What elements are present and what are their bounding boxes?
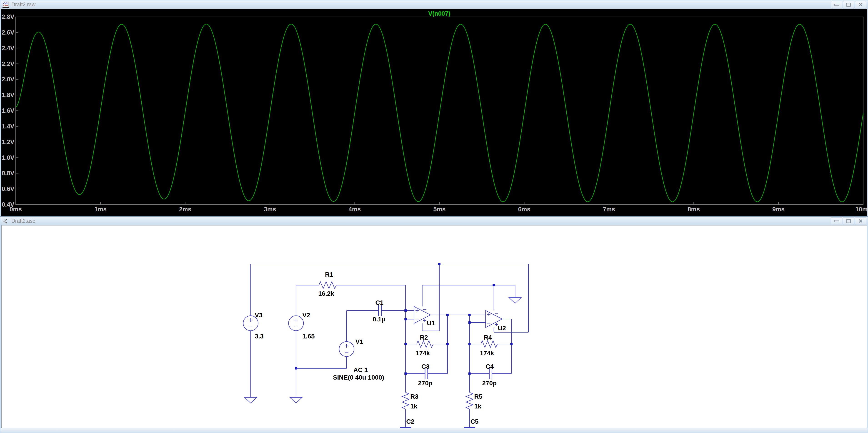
- schematic-doc-icon: [2, 218, 9, 224]
- waveform-doc-icon: [2, 1, 9, 8]
- y-tick-label: 2.6V: [2, 29, 14, 36]
- label-R5: R5: [474, 393, 483, 400]
- y-tick-label: 1.4V: [2, 123, 14, 130]
- label-V3: V3: [255, 312, 262, 319]
- y-tick-label: 1.6V: [2, 107, 14, 114]
- ground-symbol[interactable]: [509, 298, 521, 303]
- x-tick-label: 6ms: [518, 206, 530, 213]
- window-title: Draft2.asc: [11, 218, 35, 224]
- voltage-source-symbol[interactable]: [288, 316, 303, 331]
- value-V2: 1.65: [302, 333, 315, 340]
- label-C2: C2: [406, 418, 414, 425]
- junction-dot: [404, 373, 407, 375]
- waveform-titlebar[interactable]: Draft2.raw ✕: [0, 0, 868, 9]
- minimize-button[interactable]: [831, 218, 842, 225]
- label-C4: C4: [486, 363, 494, 370]
- value-V1: AC 1: [353, 366, 368, 373]
- x-tick-label: 1ms: [94, 206, 106, 213]
- x-axis-labels: 0ms1ms2ms3ms4ms5ms6ms7ms8ms9ms10ms: [9, 206, 867, 213]
- restore-button[interactable]: [843, 1, 854, 8]
- junction-dot: [404, 309, 407, 312]
- label-U1: U1: [427, 319, 435, 327]
- junction-dot: [468, 373, 471, 375]
- voltage-source-symbol[interactable]: [339, 342, 354, 357]
- restore-button[interactable]: [843, 218, 854, 225]
- value-C3: 270p: [418, 379, 433, 386]
- close-button[interactable]: ✕: [855, 1, 866, 8]
- x-tick-label: 3ms: [264, 206, 276, 213]
- minimize-icon: [834, 220, 839, 222]
- schematic-titlebar[interactable]: Draft2.asc ✕: [0, 217, 868, 225]
- label-R4: R4: [484, 334, 492, 341]
- junction-dot: [404, 343, 407, 345]
- junction-dot: [468, 343, 471, 345]
- minimize-icon: [834, 4, 839, 6]
- ltspice-app: Draft2.raw ✕ V(n007) 2.8V2.6V2.4V2.2V2.0…: [0, 0, 868, 433]
- trace-legend[interactable]: V(n007): [428, 10, 451, 17]
- x-tick-label: 0ms: [9, 206, 22, 213]
- ground-symbol[interactable]: [290, 397, 302, 403]
- value-R2: 174k: [416, 349, 430, 357]
- label-R3: R3: [410, 393, 418, 400]
- junction-dot: [404, 318, 407, 320]
- ground-symbol[interactable]: [245, 397, 257, 403]
- y-tick-label: 0.6V: [2, 185, 14, 192]
- value-R3: 1k: [410, 403, 417, 410]
- restore-icon: [846, 3, 851, 7]
- status-strip: [0, 428, 868, 433]
- value-R1: 16.2k: [318, 290, 334, 297]
- minimize-button[interactable]: [831, 1, 842, 8]
- value-C1: 0.1µ: [373, 316, 385, 323]
- x-tick-label: 9ms: [772, 206, 784, 213]
- label-V2: V2: [302, 312, 310, 319]
- value-V3: 3.3: [255, 333, 264, 340]
- waveform-plot: V(n007) 2.8V2.6V2.4V2.2V2.0V1.8V1.6V1.4V…: [1, 9, 867, 216]
- value2-V1: SINE(0 40u 1000): [333, 374, 384, 381]
- y-tick-label: 0.8V: [2, 170, 14, 177]
- junction-dot: [493, 284, 495, 286]
- y-tick-label: 1.2V: [2, 138, 14, 146]
- window-title: Draft2.raw: [11, 2, 35, 8]
- label-C5: C5: [470, 418, 479, 425]
- junction-dot: [438, 263, 440, 265]
- label-C3: C3: [422, 363, 430, 370]
- value-R4: 174k: [480, 349, 494, 357]
- schematic-wires: [251, 263, 528, 428]
- x-tick-label: 2ms: [179, 206, 191, 213]
- y-tick-label: 2.0V: [2, 76, 14, 83]
- x-tick-label: 8ms: [687, 206, 700, 213]
- y-tick-label: 2.2V: [2, 60, 14, 67]
- value-R5: 1k: [474, 403, 482, 410]
- x-tick-label: 10ms: [855, 206, 867, 213]
- junction-dot: [468, 314, 471, 316]
- junction-dot: [468, 321, 471, 324]
- junction-dot: [510, 343, 513, 345]
- schematic-window: Draft2.asc ✕ V3 3.3 V2 1.65 V1 AC 1 SINE…: [0, 216, 868, 433]
- label-R2: R2: [420, 334, 428, 341]
- y-tick-label: 1.8V: [2, 92, 14, 98]
- value-C4: 270p: [482, 379, 497, 386]
- restore-icon: [846, 219, 851, 223]
- x-tick-label: 5ms: [433, 206, 445, 213]
- label-C1: C1: [375, 299, 384, 306]
- y-tick-label: 1.0V: [2, 154, 14, 161]
- close-icon: ✕: [858, 218, 863, 224]
- label-U2: U2: [498, 324, 506, 332]
- label-V1: V1: [355, 338, 363, 345]
- schematic-canvas[interactable]: V3 3.3 V2 1.65 V1 AC 1 SINE(0 40u 1000) …: [1, 225, 867, 429]
- junction-dot: [446, 314, 449, 316]
- waveform-plot-area[interactable]: V(n007) 2.8V2.6V2.4V2.2V2.0V1.8V1.6V1.4V…: [1, 9, 867, 216]
- y-axis-labels: 2.8V2.6V2.4V2.2V2.0V1.8V1.6V1.4V1.2V1.0V…: [2, 13, 14, 208]
- schematic-drawing: V3 3.3 V2 1.65 V1 AC 1 SINE(0 40u 1000) …: [2, 225, 867, 428]
- y-tick-label: 2.4V: [2, 45, 14, 52]
- label-R1: R1: [325, 271, 333, 278]
- close-icon: ✕: [858, 2, 863, 7]
- y-tick-label: 2.8V: [2, 13, 14, 20]
- junction-dot: [446, 343, 449, 345]
- waveform-window: Draft2.raw ✕ V(n007) 2.8V2.6V2.4V2.2V2.0…: [0, 0, 868, 216]
- schematic-labels: V3 3.3 V2 1.65 V1 AC 1 SINE(0 40u 1000) …: [255, 271, 506, 425]
- x-tick-label: 4ms: [349, 206, 361, 213]
- x-tick-label: 7ms: [603, 206, 615, 213]
- close-button[interactable]: ✕: [855, 218, 866, 225]
